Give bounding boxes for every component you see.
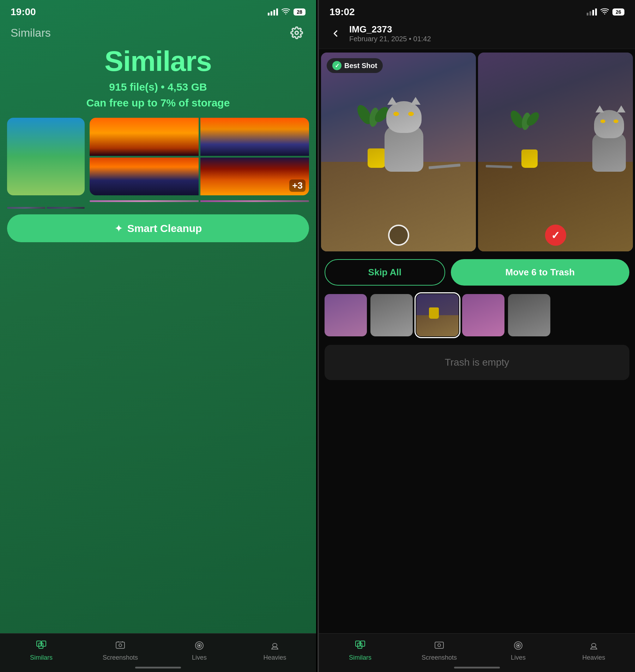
sparkle-icon: ✦ <box>114 222 123 234</box>
grid-row-1: +3 <box>7 118 309 195</box>
trash-section: Trash is empty <box>325 345 629 380</box>
image-title: IMG_2373 <box>349 24 431 35</box>
svg-rect-4 <box>42 641 46 646</box>
nav-label-screenshots-right: Screenshots <box>422 654 457 661</box>
sunset-photo-1 <box>90 118 199 156</box>
hero-stats-line2: Can free up to 7% of storage <box>86 97 230 109</box>
nav-similars-right[interactable]: Similars <box>346 639 374 661</box>
left-battery: 28 <box>294 8 306 16</box>
right-header: IMG_2373 February 21, 2025 • 01:42 <box>319 20 635 49</box>
gear-icon <box>290 26 303 39</box>
nav-lives-right[interactable]: Lives <box>504 639 532 661</box>
photo-group-plants[interactable]: +3 <box>90 207 309 209</box>
lives-icon <box>193 639 206 652</box>
thumb-5[interactable] <box>508 294 550 336</box>
cat-sofa-photo-1 <box>90 200 199 202</box>
right-status-bar: 19:02 26 <box>319 0 635 20</box>
svg-rect-15 <box>435 642 443 648</box>
cat-sofa-photo-2 <box>200 200 309 202</box>
left-time: 19:00 <box>11 6 36 18</box>
smart-cleanup-label: Smart Cleanup <box>127 222 202 234</box>
svg-point-9 <box>199 645 200 646</box>
right-wifi-icon <box>600 8 609 16</box>
left-home-indicator <box>135 667 181 668</box>
nav-heavies-right[interactable]: Heavies <box>580 639 608 661</box>
nav-lives-left[interactable]: Lives <box>185 639 213 661</box>
nav-label-screenshots-left: Screenshots <box>103 654 138 661</box>
nav-label-heavies-right: Heavies <box>582 654 605 661</box>
hero-stats: 915 file(s) • 4,53 GB Can free up to 7% … <box>0 79 316 118</box>
wifi-icon <box>282 8 290 17</box>
left-status-icons: 28 <box>268 8 306 17</box>
right-screen: 19:02 26 <box>318 0 635 672</box>
right-bottom-nav: Similars Screenshots Lives <box>319 633 635 672</box>
nav-label-lives-left: Lives <box>192 654 207 661</box>
beach-photo <box>7 118 85 195</box>
right-screenshots-icon <box>433 639 446 652</box>
move-to-trash-button[interactable]: Move 6 to Trash <box>451 259 629 286</box>
left-header-title: Similars <box>11 26 51 39</box>
image-date: February 21, 2025 • 01:42 <box>349 35 431 43</box>
right-heavies-icon <box>587 639 600 652</box>
grid-row-2 <box>7 200 309 202</box>
svg-rect-14 <box>361 641 365 646</box>
back-chevron-icon <box>330 28 341 39</box>
right-battery: 26 <box>612 8 624 16</box>
photo-group-cats-sofa[interactable] <box>90 200 309 202</box>
svg-rect-20 <box>592 643 596 647</box>
right-status-icons: 26 <box>587 8 624 16</box>
nav-screenshots-right[interactable]: Screenshots <box>422 639 457 661</box>
best-shot-badge: Best Shot <box>327 58 383 73</box>
nav-label-lives-right: Lives <box>511 654 526 661</box>
best-shot-check-icon <box>332 61 341 70</box>
action-buttons: Skip All Move 6 to Trash <box>319 253 635 291</box>
left-status-bar: 19:00 28 <box>0 0 316 20</box>
best-shot-text: Best Shot <box>344 62 377 70</box>
hero-stats-line1: 915 file(s) • 4,53 GB <box>109 81 207 93</box>
photo-group-hills[interactable] <box>7 200 85 202</box>
left-header: Similars <box>0 20 316 42</box>
comparison-area: Best Shot <box>319 49 635 253</box>
comp-photo-right[interactable]: ✓ <box>478 53 633 251</box>
left-screen: 19:00 28 Similars <box>0 0 316 672</box>
cat-gray-photo-1 <box>7 207 45 209</box>
right-time: 19:02 <box>329 6 355 18</box>
svg-rect-5 <box>116 642 125 648</box>
photo-group-beach[interactable] <box>7 118 85 195</box>
plus-badge-1: +3 <box>289 179 306 192</box>
thumb-1[interactable] <box>325 294 367 336</box>
right-similars-icon <box>354 639 367 652</box>
skip-all-button[interactable]: Skip All <box>325 259 445 286</box>
thumb-3-selected[interactable] <box>416 294 459 336</box>
right-home-indicator <box>454 667 500 668</box>
thumb-4[interactable] <box>462 294 504 336</box>
photo-group-cats-gray[interactable]: +2 <box>7 207 85 209</box>
signal-icon <box>268 8 278 16</box>
smart-cleanup-button[interactable]: ✦ Smart Cleanup <box>7 214 309 242</box>
back-button[interactable] <box>327 25 344 42</box>
nav-heavies-left[interactable]: Heavies <box>261 639 289 661</box>
nav-label-similars-left: Similars <box>30 654 53 661</box>
hero-title: Similars <box>0 42 316 79</box>
svg-point-1 <box>295 31 298 35</box>
svg-point-16 <box>438 644 441 647</box>
sunset-photo-3 <box>90 158 199 196</box>
screenshots-icon <box>114 639 127 652</box>
right-header-info: IMG_2373 February 21, 2025 • 01:42 <box>349 24 431 43</box>
thumb-2[interactable] <box>370 294 413 336</box>
svg-point-6 <box>119 644 122 647</box>
deselect-circle[interactable] <box>388 225 409 246</box>
thumbnail-strip <box>319 291 635 339</box>
nav-screenshots-left[interactable]: Screenshots <box>103 639 138 661</box>
comp-photo-left[interactable]: Best Shot <box>321 53 476 251</box>
photo-group-sunsets[interactable]: +3 <box>90 118 309 195</box>
cat-gray-photo-2: +2 <box>47 207 85 209</box>
photo-grid-area: +3 +2 <box>0 118 316 209</box>
settings-button[interactable] <box>288 24 306 42</box>
left-bottom-nav: Similars Screenshots Lives <box>0 633 316 672</box>
select-circle-checked[interactable]: ✓ <box>545 225 566 246</box>
nav-label-similars-right: Similars <box>349 654 371 661</box>
svg-point-0 <box>285 13 286 14</box>
svg-point-19 <box>518 645 519 646</box>
nav-similars-left[interactable]: Similars <box>27 639 55 661</box>
